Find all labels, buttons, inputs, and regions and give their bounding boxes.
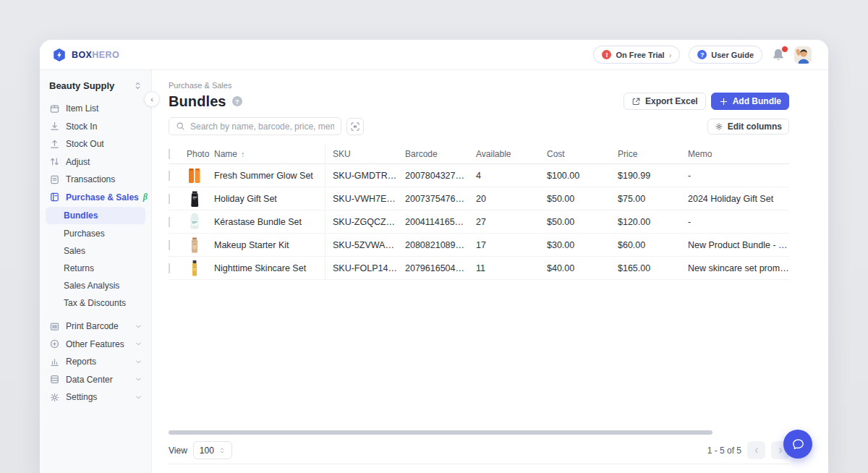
bundle-barcode: 2080821089239 (398, 240, 469, 250)
column-header-barcode[interactable]: Barcode (398, 149, 469, 159)
sidebar-item-adjust[interactable]: Adjust (40, 153, 151, 171)
bundle-sku: SKU-ZGQCZE31 (326, 217, 398, 227)
transactions-icon (49, 174, 60, 185)
product-photo-orange-tubes (187, 166, 214, 185)
column-header-name[interactable]: Name↑ (214, 144, 326, 163)
sidebar-subitem-returns[interactable]: Returns (40, 260, 151, 277)
column-header-price[interactable]: Price (610, 149, 681, 159)
bundle-barcode: 2007375476599 (398, 194, 469, 204)
table-row[interactable]: Kérastase Bundle Set SKU-ZGQCZE31 200411… (169, 210, 789, 234)
page-size-select[interactable]: 100 (193, 441, 232, 459)
edit-columns-button[interactable]: Edit columns (707, 119, 789, 135)
product-photo-tan-bottle (187, 236, 214, 255)
bundle-barcode: 2079616504361 (398, 263, 469, 273)
sidebar-subitem-sales-analysis[interactable]: Sales Analysis (40, 277, 151, 294)
horizontal-scrollbar[interactable] (169, 430, 712, 435)
bundle-sku: SKU-GMDTRXG7 (326, 171, 398, 181)
boxhero-logo[interactable]: BOXHERO (52, 48, 119, 62)
sidebar-subitem-bundles[interactable]: Bundles (46, 207, 145, 224)
free-trial-button[interactable]: ! On Free Trial › (593, 46, 680, 64)
table-row[interactable]: Holiday Gift Set SKU-VWH7ESGH 2007375476… (169, 187, 789, 210)
bundle-available: 20 (469, 194, 540, 204)
top-bar: BOXHERO ! On Free Trial › ? User Guide (40, 40, 828, 70)
item-list-icon (49, 103, 60, 114)
bundle-available: 17 (469, 240, 540, 250)
user-avatar[interactable] (794, 46, 812, 64)
bundle-available: 11 (469, 263, 540, 273)
table-row[interactable]: Makeup Starter Kit SKU-5ZVWAX5U 20808210… (169, 234, 789, 257)
bundle-cost: $100.00 (540, 171, 610, 181)
main-content: Purchase & Sales Bundles ? Export Excel … (152, 70, 828, 473)
data-center-icon (49, 374, 60, 385)
row-checkbox[interactable] (169, 171, 170, 181)
bundle-sku: SKU-FOLP14FE (326, 263, 398, 273)
bundle-name: Kérastase Bundle Set (214, 210, 326, 233)
bundle-sku: SKU-5ZVWAX5U (326, 240, 398, 250)
sidebar-subitem-tax-discounts[interactable]: Tax & Discounts (40, 294, 151, 312)
search-input[interactable] (190, 122, 334, 132)
stock-in-icon (49, 121, 60, 132)
bundle-memo: $165.00 (610, 263, 681, 273)
sidebar-subitem-purchases[interactable]: Purchases (40, 225, 151, 242)
row-checkbox[interactable] (169, 240, 170, 250)
sidebar-collapse-button[interactable]: ‹ (144, 91, 160, 107)
column-header-memo[interactable]: Memo (681, 149, 789, 159)
help-icon[interactable]: ? (232, 96, 242, 106)
sidebar-item-reports[interactable]: Reports (40, 353, 151, 371)
bundle-price: $75.00 (610, 194, 681, 204)
column-header-cost[interactable]: Cost (540, 149, 610, 159)
chevron-down-icon (135, 323, 142, 331)
user-guide-button[interactable]: ? User Guide (689, 46, 762, 64)
chevron-left-icon (752, 446, 761, 455)
sort-ascending-icon: ↑ (241, 150, 245, 158)
chevron-down-icon (135, 393, 142, 401)
table-row[interactable]: Nighttime Skincare Set SKU-FOLP14FE 2079… (169, 257, 789, 280)
barcode-scan-button[interactable] (346, 118, 364, 135)
bundle-memo: New skincare set promotion! (681, 263, 789, 273)
product-photo-amber-bottle (187, 259, 214, 278)
pagination-range: 1 - 5 of 5 (707, 446, 741, 456)
workspace-switcher[interactable]: Beauty Supply (40, 77, 151, 100)
bundle-cost: $30.00 (540, 240, 610, 250)
view-label: View (169, 446, 187, 456)
bundle-cost: $50.00 (540, 217, 610, 227)
export-excel-button[interactable]: Export Excel (624, 93, 706, 110)
logo-text: BOXHERO (72, 50, 119, 60)
sidebar-item-settings[interactable]: Settings (40, 388, 151, 406)
select-all-checkbox[interactable] (169, 149, 170, 159)
column-header-available[interactable]: Available (469, 149, 540, 159)
table-row[interactable]: Fresh Summer Glow Set SKU-GMDTRXG7 20078… (169, 164, 789, 187)
row-checkbox[interactable] (169, 194, 170, 204)
reports-icon (49, 357, 60, 367)
previous-page-button[interactable] (747, 441, 765, 459)
column-header-sku[interactable]: SKU (326, 149, 398, 159)
gear-icon (715, 122, 723, 131)
product-photo-black-tube (187, 189, 214, 208)
notifications-bell-icon[interactable] (771, 48, 786, 62)
sidebar-item-item-list[interactable]: Item List (40, 100, 151, 118)
chat-bubble-icon (791, 437, 806, 452)
bundle-cost: $40.00 (540, 263, 610, 273)
table-footer: View 100 1 - 5 of 5 (169, 443, 789, 464)
sidebar: Beauty Supply Item List Stock In Stock O… (40, 70, 152, 473)
chat-launcher-button[interactable] (783, 430, 812, 459)
row-checkbox[interactable] (169, 263, 170, 273)
bundle-sku: SKU-VWH7ESGH (326, 194, 398, 204)
sidebar-item-transactions[interactable]: Transactions (40, 171, 151, 189)
bundle-memo: New Product Bundle - Fall 2024 (681, 240, 789, 250)
add-bundle-button[interactable]: Add Bundle (711, 93, 789, 110)
sidebar-item-other-features[interactable]: Other Features (40, 336, 151, 354)
sidebar-subitem-sales[interactable]: Sales (40, 242, 151, 260)
column-header-photo[interactable]: Photo (187, 149, 214, 159)
sidebar-item-stock-out[interactable]: Stock Out (40, 135, 151, 153)
sidebar-item-print-barcode[interactable]: Print Barcode (40, 318, 151, 336)
bundles-table: Photo Name↑ SKU Barcode Available Cost P… (169, 144, 789, 280)
sidebar-item-stock-in[interactable]: Stock In (40, 118, 151, 136)
sidebar-item-purchase-sales[interactable]: Purchase & Sales β (40, 189, 151, 207)
row-checkbox[interactable] (169, 217, 170, 227)
breadcrumb: Purchase & Sales (169, 81, 789, 90)
sidebar-item-data-center[interactable]: Data Center (40, 371, 151, 389)
bundle-name: Makeup Starter Kit (214, 234, 326, 256)
bundle-price: $190.99 (610, 171, 681, 181)
purchase-sales-icon (49, 192, 60, 203)
